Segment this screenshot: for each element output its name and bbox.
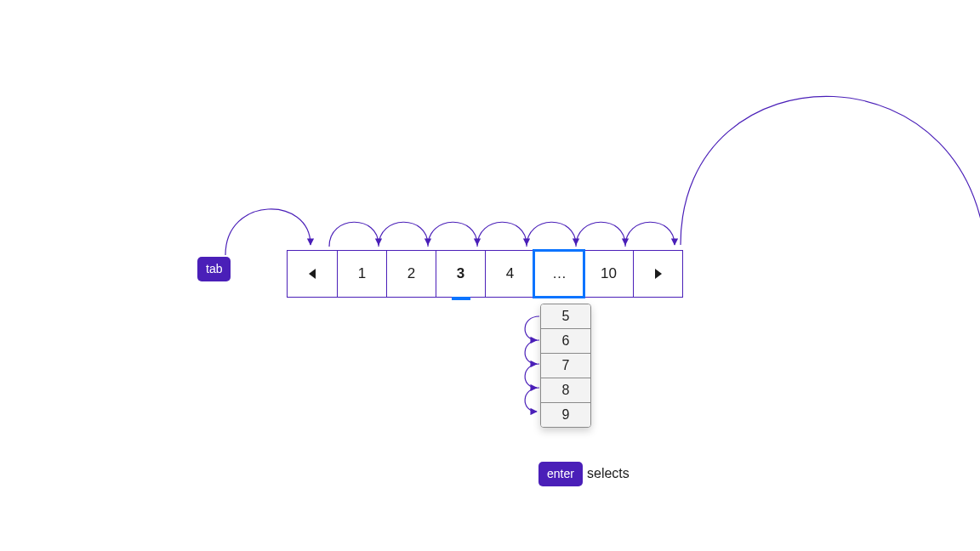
page-button-3[interactable]: 3	[436, 251, 485, 297]
hop-1-to-2	[379, 222, 428, 247]
hop-overflow-to-10	[576, 222, 625, 247]
overflow-option-5[interactable]: 5	[541, 304, 590, 328]
key-enter-chip: enter	[538, 462, 583, 486]
page-label: 4	[506, 265, 514, 282]
overflow-option-6[interactable]: 6	[541, 328, 590, 353]
page-button-10[interactable]: 10	[584, 251, 633, 297]
hop-4-to-overflow	[527, 222, 576, 247]
overflow-dropdown: 5 6 7 8 9	[540, 304, 591, 428]
page-label: 10	[601, 265, 617, 282]
option-label: 8	[562, 383, 570, 398]
page-button-overflow[interactable]: …	[534, 251, 584, 297]
pagination: 1 2 3 4 … 10	[287, 250, 683, 298]
overflow-option-9[interactable]: 9	[541, 402, 590, 427]
hop-2-to-3	[428, 222, 477, 247]
key-enter-label: enter	[547, 467, 574, 480]
hop-3-to-4	[477, 222, 527, 247]
loop-opt-6	[525, 340, 539, 364]
page-button-1[interactable]: 1	[337, 251, 386, 297]
loop-opt-5	[525, 316, 539, 340]
page-button-2[interactable]: 2	[386, 251, 436, 297]
hop-prev-to-1	[329, 222, 379, 247]
page-next-button[interactable]	[633, 251, 682, 297]
triangle-left-icon	[309, 269, 316, 279]
loop-opt-8	[525, 388, 539, 412]
page-label: …	[552, 265, 567, 282]
page-label: 2	[407, 265, 415, 282]
diagram-stage: tab 1 2 3 4 … 10 5 6	[0, 0, 980, 551]
option-label: 7	[562, 358, 570, 373]
page-label: 1	[358, 265, 366, 282]
page-button-4[interactable]: 4	[485, 251, 534, 297]
key-tab-label: tab	[206, 262, 222, 276]
option-label: 5	[562, 309, 570, 324]
loop-opt-7	[525, 364, 539, 388]
page-label: 3	[457, 265, 464, 282]
tab-to-prev-arc	[225, 209, 311, 255]
hop-10-to-next	[625, 222, 675, 247]
enter-action-label: selects	[587, 466, 630, 481]
overflow-option-7[interactable]: 7	[541, 353, 590, 378]
large-return-arc	[681, 96, 980, 272]
overflow-option-8[interactable]: 8	[541, 378, 590, 402]
option-label: 9	[562, 407, 570, 423]
triangle-right-icon	[655, 269, 662, 279]
key-tab-chip: tab	[197, 257, 231, 281]
option-label: 6	[562, 333, 570, 349]
page-prev-button[interactable]	[288, 251, 337, 297]
